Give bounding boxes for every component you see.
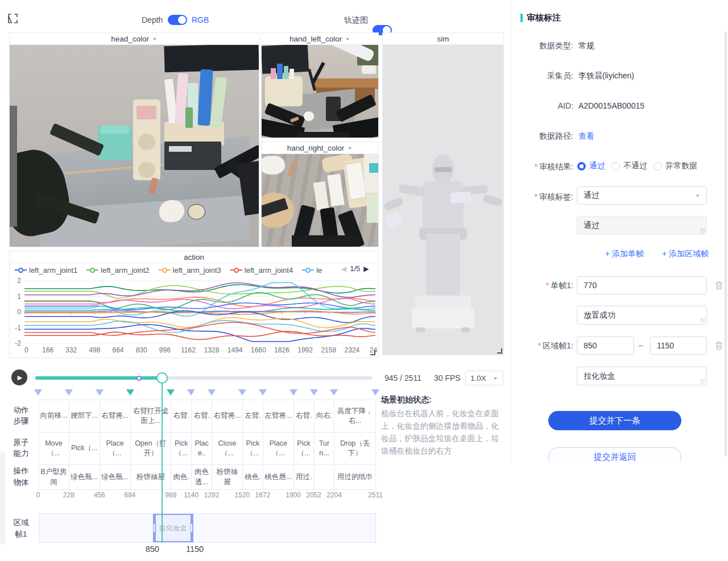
step-marker-icon[interactable]	[96, 389, 104, 396]
fullscreen-icon[interactable]	[7, 13, 18, 24]
radio-icon[interactable]	[611, 162, 620, 171]
table-cell[interactable]: Close（...	[212, 433, 243, 465]
resize-grip-icon[interactable]	[701, 379, 705, 384]
field-value: 常规	[578, 41, 594, 51]
legend-item[interactable]: left_arm_joint3	[159, 266, 221, 275]
table-cell[interactable]: Pick（...	[294, 433, 315, 465]
table-cell[interactable]: 用过.	[294, 465, 315, 490]
legend-item[interactable]: left_arm_joint1	[15, 266, 77, 275]
single-frame-input[interactable]: 770	[577, 276, 707, 294]
resize-handle-icon[interactable]	[497, 348, 502, 354]
depth-rgb-toggle[interactable]	[168, 15, 187, 25]
region-end-input[interactable]: 1150	[650, 336, 707, 355]
table-cell[interactable]: 粉饼抽屉	[131, 465, 172, 490]
table-cell[interactable]: Move（...	[39, 433, 69, 465]
table-cell[interactable]: Open（打开）	[131, 433, 172, 465]
data-path-link[interactable]: 查看	[578, 131, 594, 142]
table-cell[interactable]: 右臂.	[192, 400, 212, 433]
table-cell[interactable]: 肉色.	[171, 465, 192, 490]
table-cell[interactable]: Place（...	[100, 433, 131, 465]
step-marker-icon[interactable]	[289, 389, 297, 396]
table-cell[interactable]: Turn...	[315, 433, 335, 465]
table-cell[interactable]: 桃色唇...	[263, 465, 294, 490]
legend-item[interactable]: left_arm_joint4	[230, 266, 293, 275]
table-cell[interactable]: Drop（丢下）	[334, 433, 376, 465]
slider-handle[interactable]	[156, 372, 168, 384]
table-cell[interactable]: 用过的纸巾	[334, 465, 376, 490]
single-frame-marker-dot[interactable]	[136, 376, 142, 381]
step-marker-icon[interactable]	[208, 389, 216, 396]
pager-prev-icon[interactable]: ◀	[341, 265, 346, 273]
left-scrollbar[interactable]	[0, 452, 5, 545]
region-frame-note[interactable]: 拉化妆盒	[577, 367, 707, 385]
tag-select[interactable]: 通过 ▼	[577, 186, 707, 205]
region-frame-track[interactable]: 拉化妆盒	[39, 513, 376, 543]
single-frame-note[interactable]: 放置成功	[577, 306, 707, 325]
delete-single-frame-icon[interactable]	[714, 281, 723, 290]
table-cell[interactable]	[315, 465, 335, 490]
tag-note-textarea[interactable]: 通过	[577, 216, 707, 235]
hand-right-color-header[interactable]: hand_right_color▼	[262, 142, 378, 154]
step-marker-icon[interactable]	[187, 389, 195, 396]
action-line-chart[interactable]: 210-1-2016633249866483099611621328149416…	[10, 276, 378, 356]
result-radio-option[interactable]: 异常数据	[653, 161, 697, 171]
table-cell[interactable]: Pick（...	[171, 433, 192, 465]
pager-next-icon[interactable]: ▶	[363, 265, 369, 273]
radio-icon[interactable]	[577, 162, 586, 171]
legend-item[interactable]: le	[302, 266, 322, 275]
submit-next-button[interactable]: 提交并下一条	[548, 411, 681, 430]
resize-grip-icon[interactable]	[701, 228, 705, 233]
table-cell[interactable]: 肉色透...	[192, 465, 212, 490]
legend-item[interactable]: left_arm_joint2	[86, 266, 149, 275]
table-cell[interactable]: 右臂打开桌面上...	[131, 400, 172, 433]
progress-slider[interactable]	[35, 372, 373, 384]
region-frame-segment[interactable]: 拉化妆盒	[153, 514, 193, 542]
play-button[interactable]: ▶	[11, 369, 27, 385]
step-marker-icon[interactable]	[34, 389, 42, 396]
step-marker-icon[interactable]	[310, 389, 318, 396]
head-color-header[interactable]: head_color▼	[10, 33, 259, 45]
add-single-frame-link[interactable]: + 添加单帧	[605, 249, 644, 259]
hand-left-color-panel: hand_left_color▼	[261, 32, 379, 138]
table-cell[interactable]: 绿色瓶...	[100, 465, 131, 490]
hand-left-color-header[interactable]: hand_left_color▼	[262, 33, 378, 45]
table-cell[interactable]: 右臂.	[294, 400, 315, 433]
table-cell[interactable]: Pick（...	[243, 433, 263, 465]
speed-select[interactable]: 1.0X ▼	[465, 371, 503, 385]
add-region-frame-link[interactable]: + 添加区域帧	[662, 249, 709, 259]
table-cell[interactable]: 桃色.	[243, 465, 263, 490]
table-cell[interactable]: 右臂将...	[100, 400, 131, 433]
submit-back-button[interactable]: 提交并返回	[548, 447, 681, 462]
delete-region-frame-icon[interactable]	[714, 341, 723, 350]
resize-grip-icon[interactable]	[701, 318, 705, 323]
table-cell[interactable]: 粉饼抽屉	[212, 465, 243, 490]
step-marker-icon[interactable]	[126, 389, 134, 396]
action-chart-header: action	[10, 251, 378, 263]
resize-handle-icon[interactable]	[370, 350, 375, 355]
result-radio-option[interactable]: 不通过	[611, 161, 647, 171]
step-marker-icon[interactable]	[330, 389, 338, 396]
table-cell[interactable]: 向前移...	[39, 400, 69, 433]
step-marker-icon[interactable]	[238, 389, 246, 396]
table-cell[interactable]: Pick（...	[69, 433, 100, 465]
table-cell[interactable]: 左臂.	[243, 400, 263, 433]
step-marker-icon[interactable]	[259, 389, 267, 396]
table-cell[interactable]: B户型房间	[39, 465, 69, 490]
table-cell[interactable]: 右臂将...	[212, 400, 243, 433]
table-cell[interactable]: 向右.	[315, 400, 335, 433]
table-cell[interactable]: Place..	[192, 433, 212, 465]
playhead-line[interactable]	[162, 383, 163, 543]
step-marker-icon[interactable]	[371, 389, 379, 396]
region-start-input[interactable]: 850	[577, 336, 634, 355]
table-cell[interactable]: 左臂将...	[263, 400, 294, 433]
table-cell[interactable]: 腰部下...	[69, 400, 100, 433]
table-cell[interactable]: 高度下降，右...	[334, 400, 376, 433]
table-cell[interactable]: 右臂.	[171, 400, 192, 433]
table-cell[interactable]: Place（...	[263, 433, 294, 465]
step-marker-icon[interactable]	[65, 389, 73, 396]
radio-icon[interactable]	[653, 162, 662, 171]
result-radio-option[interactable]: 通过	[577, 161, 605, 171]
step-marker-icon[interactable]	[167, 389, 175, 396]
right-scrollbar[interactable]	[725, 31, 727, 456]
table-cell[interactable]: 绿色瓶...	[69, 465, 100, 490]
